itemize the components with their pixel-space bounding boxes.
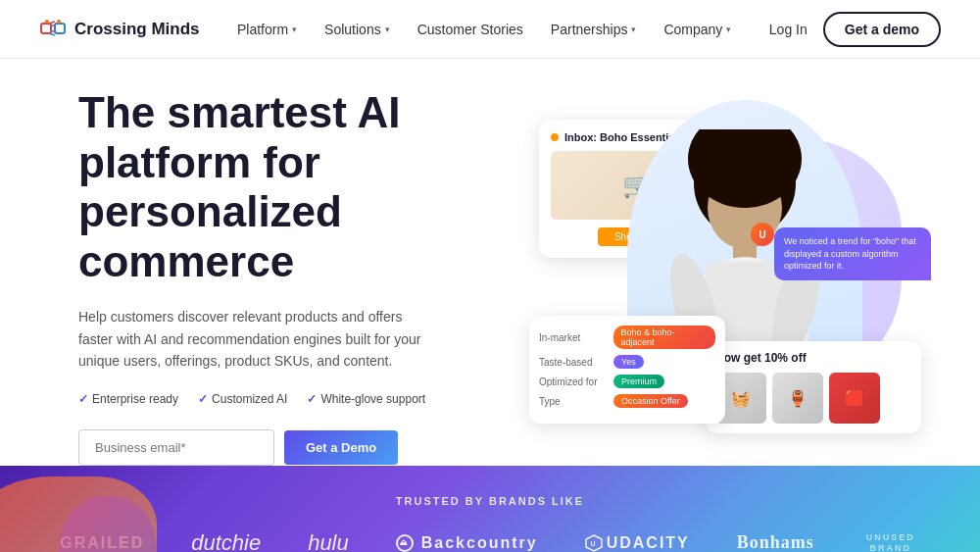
chevron-down-icon: ▾ (385, 25, 390, 34)
get-demo-nav-button[interactable]: Get a demo (823, 12, 941, 47)
brand-udacity[interactable]: U UDACITY (585, 534, 690, 552)
brand-bonhams[interactable]: Bonhams (737, 532, 814, 552)
backcountry-icon: ⛰ (396, 534, 414, 552)
brand-other[interactable]: UNUSED BRAND (861, 532, 920, 552)
nav-solutions[interactable]: Solutions ▾ (324, 22, 390, 37)
svg-line-5 (49, 33, 55, 35)
tag-value-yes: Yes (613, 355, 644, 369)
nav-platform[interactable]: Platform ▾ (237, 22, 297, 37)
svg-point-7 (57, 20, 61, 24)
tags-card: In-market Boho & boho-adjacent Taste-bas… (529, 316, 725, 424)
hero-description: Help customers discover relevant product… (78, 306, 431, 372)
get-demo-hero-button[interactable]: Get a Demo (284, 430, 398, 465)
nav-company[interactable]: Company ▾ (663, 22, 731, 37)
nav-customer-stories[interactable]: Customer Stories (417, 22, 523, 37)
badge-white-glove: ✓ White-glove support (307, 392, 425, 406)
logo-text: Crossing Minds (74, 20, 200, 39)
badge-enterprise: ✓ Enterprise ready (78, 392, 178, 406)
chevron-down-icon: ▾ (292, 25, 297, 34)
tag-label-taste: Taste-based (539, 357, 608, 368)
svg-line-4 (49, 22, 55, 24)
badge-customized-ai: ✓ Customized AI (198, 392, 287, 406)
svg-point-6 (45, 20, 49, 24)
svg-text:U: U (590, 540, 597, 547)
chat-bubble: We noticed a trend for "boho" that displ… (774, 227, 931, 280)
nav-links: Platform ▾ Solutions ▾ Customer Stories … (237, 22, 731, 37)
udacity-icon: U (585, 534, 603, 552)
tag-label-optimized: Optimized for (539, 376, 608, 387)
svg-rect-1 (55, 24, 65, 33)
hero-form: Get a Demo (78, 429, 490, 466)
discount-item-2: 🏺 (772, 373, 823, 424)
email-field[interactable] (78, 429, 274, 466)
discount-item-3: 🟥 (829, 373, 880, 424)
tag-label-type: Type (539, 396, 608, 407)
hero-section: The smartest AI platform for personalize… (0, 59, 980, 466)
discount-items: 🧺 🏺 🟥 (715, 373, 911, 424)
brands-list: GRAILED dutchie hulu ⛰ Backcountry U UDA… (39, 530, 941, 552)
chevron-down-icon: ▾ (726, 25, 731, 34)
svg-rect-0 (41, 24, 51, 33)
discount-card: Now get 10% off 🧺 🏺 🟥 (706, 341, 921, 433)
navigation: Crossing Minds Platform ▾ Solutions ▾ Cu… (0, 0, 980, 59)
check-icon: ✓ (198, 392, 208, 406)
login-link[interactable]: Log In (769, 22, 808, 37)
tag-row-1: In-market Boho & boho-adjacent (539, 326, 715, 349)
check-icon: ✓ (307, 392, 317, 406)
hero-title: The smartest AI platform for personalize… (78, 88, 490, 286)
tag-row-3: Optimized for Premium (539, 375, 715, 388)
tag-row-4: Type Occasion Offer (539, 394, 715, 408)
tag-row-2: Taste-based Yes (539, 355, 715, 369)
chevron-down-icon: ▾ (631, 25, 636, 34)
inbox-dot (551, 133, 559, 141)
tag-value-occasion: Occasion Offer (613, 394, 688, 408)
brand-hulu[interactable]: hulu (308, 530, 349, 552)
check-icon: ✓ (78, 392, 88, 406)
tag-value-premium: Premium (613, 375, 664, 388)
nav-actions: Log In Get a demo (769, 12, 941, 47)
logo[interactable]: Crossing Minds (39, 16, 200, 43)
tag-value-boho: Boho & boho-adjacent (613, 326, 715, 349)
hero-badges: ✓ Enterprise ready ✓ Customized AI ✓ Whi… (78, 392, 490, 406)
trusted-section: TRUSTED BY BRANDS LIKE GRAILED dutchie h… (0, 466, 980, 552)
nav-partnerships[interactable]: Partnerships ▾ (551, 22, 637, 37)
brand-dutchie[interactable]: dutchie (191, 530, 261, 552)
brand-backcountry[interactable]: ⛰ Backcountry (396, 534, 538, 552)
hero-illustration: Inbox: Boho Essentials 🛒 Shop Now (510, 100, 941, 453)
discount-title: Now get 10% off (715, 351, 911, 365)
logo-icon (39, 16, 67, 43)
tag-label-in-market: In-market (539, 332, 608, 343)
hero-content: The smartest AI platform for personalize… (78, 88, 490, 466)
trusted-label: TRUSTED BY BRANDS LIKE (39, 495, 941, 507)
